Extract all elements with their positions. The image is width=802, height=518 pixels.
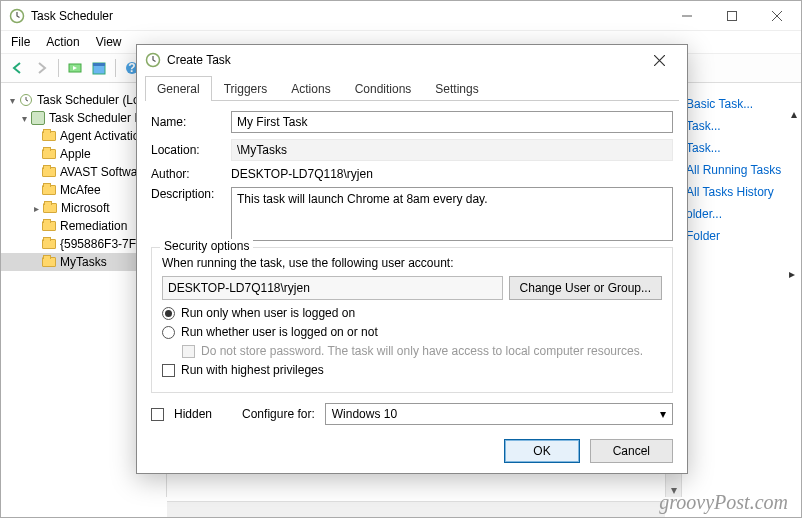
name-input[interactable] (231, 111, 673, 133)
ok-button[interactable]: OK (504, 439, 579, 463)
radio-logged-off[interactable]: Run whether user is logged on or not (162, 325, 662, 339)
chevron-down-icon: ▾ (660, 407, 666, 421)
dialog-title: Create Task (167, 53, 639, 67)
configure-label: Configure for: (242, 407, 315, 421)
description-label: Description: (151, 187, 231, 201)
actions-pane: ▴ Basic Task... Task... Task... All Runn… (681, 87, 801, 497)
tab-general[interactable]: General (145, 76, 212, 101)
app-icon (9, 8, 25, 24)
tab-triggers[interactable]: Triggers (212, 76, 280, 101)
calendar-icon[interactable] (88, 57, 110, 79)
clock-icon (18, 92, 34, 108)
action-folder2[interactable]: Folder (686, 225, 797, 247)
nostore-label: Do not store password. The task will onl… (201, 344, 643, 358)
create-task-dialog: Create Task General Triggers Actions Con… (136, 44, 688, 474)
main-titlebar: Task Scheduler (1, 1, 801, 31)
security-prompt: When running the task, use the following… (162, 256, 662, 270)
dialog-titlebar: Create Task (137, 45, 687, 75)
checkbox-nostore (182, 345, 195, 358)
tab-settings[interactable]: Settings (423, 76, 490, 101)
run-icon[interactable] (64, 57, 86, 79)
svg-rect-4 (93, 63, 105, 66)
checkbox-highest[interactable] (162, 364, 175, 377)
dialog-tabs: General Triggers Actions Conditions Sett… (145, 75, 679, 101)
menu-action[interactable]: Action (46, 35, 79, 49)
svg-text:?: ? (128, 61, 135, 75)
radio-icon (162, 307, 175, 320)
radio-logged-on[interactable]: Run only when user is logged on (162, 306, 662, 320)
description-input[interactable] (231, 187, 673, 241)
tab-conditions[interactable]: Conditions (343, 76, 424, 101)
location-label: Location: (151, 143, 231, 157)
security-options-group: Security options When running the task, … (151, 247, 673, 393)
action-basic-task[interactable]: Basic Task... (686, 93, 797, 115)
radio-icon (162, 326, 175, 339)
name-label: Name: (151, 115, 231, 129)
close-button[interactable] (754, 2, 799, 30)
location-value: \MyTasks (231, 139, 673, 161)
account-field: DESKTOP-LD7Q118\ryjen (162, 276, 503, 300)
main-title: Task Scheduler (31, 9, 664, 23)
svg-rect-1 (727, 11, 736, 20)
security-legend: Security options (160, 239, 253, 253)
library-icon (30, 110, 46, 126)
back-button[interactable] (7, 57, 29, 79)
configure-for-select[interactable]: Windows 10 ▾ (325, 403, 673, 425)
dialog-close-button[interactable] (639, 46, 679, 74)
hidden-label: Hidden (174, 407, 212, 421)
expand-icon[interactable]: ▸ (789, 267, 795, 281)
action-folder[interactable]: older... (686, 203, 797, 225)
minimize-button[interactable] (664, 2, 709, 30)
change-user-button[interactable]: Change User or Group... (509, 276, 662, 300)
checkbox-hidden[interactable] (151, 408, 164, 421)
author-label: Author: (151, 167, 231, 181)
forward-button[interactable] (31, 57, 53, 79)
action-task[interactable]: Task... (686, 115, 797, 137)
cancel-button[interactable]: Cancel (590, 439, 673, 463)
action-history[interactable]: All Tasks History (686, 181, 797, 203)
horizontal-scrollbar[interactable] (167, 501, 665, 517)
maximize-button[interactable] (709, 2, 754, 30)
action-running-tasks[interactable]: All Running Tasks (686, 159, 797, 181)
menu-file[interactable]: File (11, 35, 30, 49)
author-value: DESKTOP-LD7Q118\ryjen (231, 167, 373, 181)
highest-label: Run with highest privileges (181, 363, 324, 377)
action-task2[interactable]: Task... (686, 137, 797, 159)
watermark: groovyPost.com (659, 491, 788, 514)
tab-actions[interactable]: Actions (279, 76, 342, 101)
dialog-icon (145, 52, 161, 68)
menu-view[interactable]: View (96, 35, 122, 49)
